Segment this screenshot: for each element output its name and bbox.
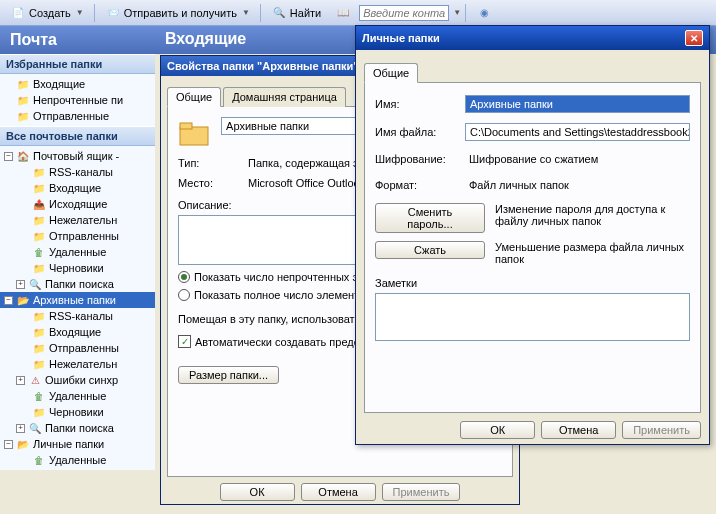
radio-icon	[178, 289, 190, 301]
apply-button[interactable]: Применить	[622, 421, 701, 439]
type-label: Тип:	[178, 157, 248, 169]
chevron-down-icon: ▼	[453, 8, 461, 17]
search-folder-icon: 🔍	[27, 421, 43, 435]
collapse-icon[interactable]: −	[4, 440, 13, 449]
tree-rss[interactable]: 📁RSS-каналы	[0, 164, 155, 180]
svg-rect-1	[180, 123, 192, 129]
cancel-button[interactable]: Отмена	[301, 483, 376, 501]
tab-homepage[interactable]: Домашняя страница	[223, 87, 346, 107]
help-icon: ◉	[476, 6, 492, 20]
expand-icon[interactable]: +	[16, 280, 25, 289]
apply-button[interactable]: Применить	[382, 483, 461, 501]
svg-rect-0	[180, 127, 208, 145]
expand-icon[interactable]: +	[16, 376, 25, 385]
tab-label: Домашняя страница	[232, 91, 337, 103]
item-label: RSS-каналы	[49, 166, 113, 178]
pers-deleted[interactable]: 🗑Удаленные	[0, 452, 155, 468]
encryption-value: Шифрование со сжатием	[465, 151, 690, 167]
tree-drafts[interactable]: 📁Черновики	[0, 260, 155, 276]
separator	[94, 4, 95, 22]
arch-search[interactable]: +🔍Папки поиска	[0, 420, 155, 436]
item-label: Почтовый ящик -	[33, 150, 119, 162]
navigation-pane: Почта Избранные папки 📁Входящие 📁Непрочт…	[0, 26, 155, 470]
radio-label: Показать число непрочтенных элем	[194, 271, 378, 283]
trash-icon: 🗑	[31, 453, 47, 467]
item-label: Архивные папки	[33, 294, 116, 306]
tab-general[interactable]: Общие	[364, 63, 418, 83]
find-icon: 🔍	[271, 6, 287, 20]
location-label: Место:	[178, 177, 248, 189]
item-label: Отправленны	[49, 342, 119, 354]
ok-button[interactable]: ОК	[460, 421, 535, 439]
folder-size-button[interactable]: Размер папки...	[178, 366, 279, 384]
fav-unread[interactable]: 📁Непрочтенные пи	[0, 92, 155, 108]
tree-outbox[interactable]: 📤Исходящие	[0, 196, 155, 212]
arch-sent[interactable]: 📁Отправленны	[0, 340, 155, 356]
arch-rss[interactable]: 📁RSS-каналы	[0, 308, 155, 324]
main-toolbar: 📄 Создать ▼ 📨 Отправить и получить ▼ 🔍 Н…	[0, 0, 716, 26]
arch-drafts[interactable]: 📁Черновики	[0, 404, 155, 420]
drafts-icon: 📁	[31, 405, 47, 419]
item-label: RSS-каналы	[49, 310, 113, 322]
mailbox-root[interactable]: −🏠Почтовый ящик -	[0, 148, 155, 164]
collapse-icon[interactable]: −	[4, 296, 13, 305]
tab-general[interactable]: Общие	[167, 87, 221, 107]
notes-input[interactable]	[375, 293, 690, 341]
favorites-header[interactable]: Избранные папки	[0, 54, 155, 74]
archive-root[interactable]: −📂Архивные папки	[0, 292, 155, 308]
tree-search[interactable]: +🔍Папки поиска	[0, 276, 155, 292]
inbox-icon: 📁	[31, 181, 47, 195]
tab-label: Общие	[373, 67, 409, 79]
tab-label: Общие	[176, 91, 212, 103]
fav-inbox[interactable]: 📁Входящие	[0, 76, 155, 92]
compact-button[interactable]: Сжать	[375, 241, 485, 259]
sent-icon: 📁	[31, 229, 47, 243]
junk-icon: 📁	[31, 357, 47, 371]
find-button[interactable]: 🔍 Найти	[265, 3, 327, 23]
mail-module-header: Почта	[0, 26, 155, 54]
compact-desc: Уменьшение размера файла личных папок	[495, 241, 690, 265]
item-label: Входящие	[49, 326, 101, 338]
separator	[465, 4, 466, 22]
new-mail-icon: 📄	[10, 6, 26, 20]
notes-label: Заметки	[375, 277, 690, 289]
name-input[interactable]: Архивные папки	[465, 95, 690, 113]
arch-inbox[interactable]: 📁Входящие	[0, 324, 155, 340]
tree-deleted[interactable]: 🗑Удаленные	[0, 244, 155, 260]
chevron-down-icon: ▼	[76, 8, 84, 17]
tree-sent[interactable]: 📁Отправленны	[0, 228, 155, 244]
filename-label: Имя файла:	[375, 126, 465, 138]
create-button[interactable]: 📄 Создать ▼	[4, 3, 90, 23]
item-label: Отправленны	[49, 230, 119, 242]
rss-icon: 📁	[31, 165, 47, 179]
tree-junk[interactable]: 📁Нежелательн	[0, 212, 155, 228]
checkbox-label: Автоматически создавать представ	[195, 336, 376, 348]
close-button[interactable]: ✕	[685, 30, 703, 46]
book-icon: 📖	[335, 6, 351, 20]
addressbook-button[interactable]: 📖	[329, 3, 357, 23]
dialog-titlebar[interactable]: Личные папки ✕	[356, 26, 709, 50]
fav-sent[interactable]: 📁Отправленные	[0, 108, 155, 124]
arch-deleted[interactable]: 🗑Удаленные	[0, 388, 155, 404]
dialog-title: Личные папки	[362, 32, 440, 44]
arch-junk[interactable]: 📁Нежелательн	[0, 356, 155, 372]
allfolders-header[interactable]: Все почтовые папки	[0, 126, 155, 146]
change-password-button[interactable]: Сменить пароль...	[375, 203, 485, 233]
contact-search-input[interactable]	[359, 5, 449, 21]
sendreceive-button[interactable]: 📨 Отправить и получить ▼	[99, 3, 256, 23]
help-button[interactable]: ◉	[470, 3, 498, 23]
item-label: Удаленные	[49, 390, 106, 402]
arch-syncerr[interactable]: +⚠Ошибки синхр	[0, 372, 155, 388]
folder-tree: −🏠Почтовый ящик - 📁RSS-каналы 📁Входящие …	[0, 146, 155, 470]
format-label: Формат:	[375, 179, 465, 191]
personal-root[interactable]: −📂Личные папки	[0, 436, 155, 452]
tree-inbox[interactable]: 📁Входящие	[0, 180, 155, 196]
item-label: Удаленные	[49, 246, 106, 258]
radio-icon	[178, 271, 190, 283]
expand-icon[interactable]: +	[16, 424, 25, 433]
sent-icon: 📁	[31, 341, 47, 355]
collapse-icon[interactable]: −	[4, 152, 13, 161]
ok-button[interactable]: ОК	[220, 483, 295, 501]
name-label: Имя:	[375, 98, 465, 110]
cancel-button[interactable]: Отмена	[541, 421, 616, 439]
